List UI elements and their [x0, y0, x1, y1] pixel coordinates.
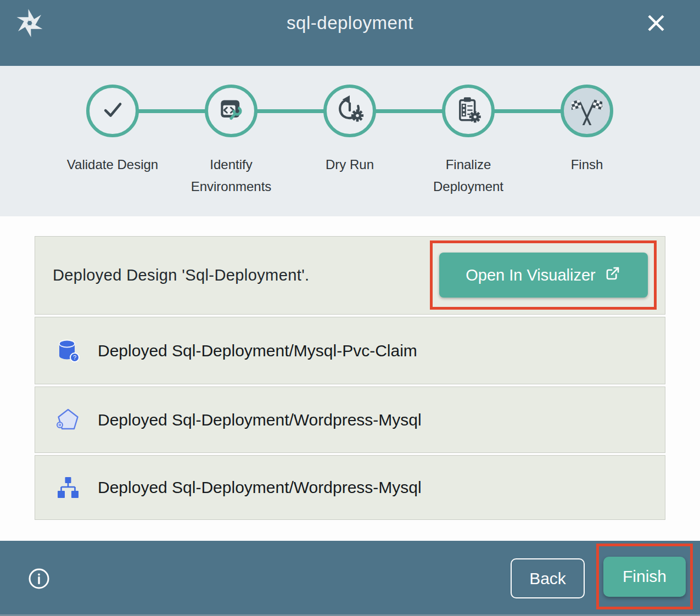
code-window-wrench-icon [216, 94, 247, 127]
step-identify-environments[interactable]: Identify Environments [172, 85, 290, 198]
checkered-flags-icon [572, 94, 602, 127]
database-icon: ? [55, 338, 81, 364]
close-icon[interactable] [644, 11, 668, 35]
results-panel: Deployed Design 'Sql-Deployment'. Open I… [0, 216, 700, 541]
info-icon[interactable] [27, 567, 51, 590]
page-title: sql-deployment [0, 0, 700, 46]
step-finish[interactable]: Finsh [528, 85, 646, 198]
step-label: Dry Run [326, 154, 374, 176]
annotation-box-finish: Finish [596, 544, 693, 609]
step-circle [205, 85, 257, 137]
deploy-summary-row: Deployed Design 'Sql-Deployment'. Open I… [35, 236, 665, 315]
deployed-item-text: Deployed Sql-Deployment/Wordpress-Mysql [98, 411, 422, 429]
deploy-message: Deployed Design 'Sql-Deployment'. [53, 266, 310, 284]
deployed-item-row: Deployed Sql-Deployment/Wordpress-Mysql [35, 387, 665, 453]
step-label: Validate Design [67, 154, 158, 176]
deployed-item-text: Deployed Sql-Deployment/Wordpress-Mysql [98, 478, 422, 497]
step-circle [323, 85, 376, 137]
open-in-visualizer-button[interactable]: Open In Visualizer [439, 253, 648, 298]
wizard-stepper: Validate Design [0, 66, 700, 216]
step-dry-run[interactable]: Dry Run [290, 85, 409, 198]
step-circle [442, 85, 495, 137]
history-gear-icon [334, 94, 365, 127]
step-circle-active [561, 85, 613, 137]
deployed-item-row: Deployed Sql-Deployment/Wordpress-Mysql [35, 455, 665, 520]
modal-header: sql-deployment [0, 0, 700, 66]
step-finalize-deployment[interactable]: Finalize Deployment [409, 85, 528, 198]
open-in-new-icon [604, 265, 621, 285]
open-in-visualizer-label: Open In Visualizer [466, 266, 595, 284]
step-label: Identify Environments [178, 154, 285, 198]
deployment-wizard-modal: sql-deployment Validate Design [0, 0, 700, 616]
hierarchy-icon [55, 474, 81, 501]
back-button[interactable]: Back [511, 558, 585, 598]
modal-footer: Back Finish [0, 541, 700, 616]
annotation-box-visualizer: Open In Visualizer [430, 240, 657, 310]
step-label: Finalize Deployment [415, 154, 522, 198]
step-label: Finsh [571, 154, 603, 176]
pentagon-icon [55, 407, 81, 433]
svg-text:?: ? [73, 354, 76, 360]
finish-button[interactable]: Finish [603, 557, 686, 597]
step-circle [86, 85, 139, 137]
deployed-item-row: ? Deployed Sql-Deployment/Mysql-Pvc-Clai… [35, 317, 665, 384]
step-validate-design[interactable]: Validate Design [53, 85, 172, 198]
check-icon [97, 94, 128, 127]
deployed-item-text: Deployed Sql-Deployment/Mysql-Pvc-Claim [98, 341, 417, 360]
clipboard-gear-icon [453, 94, 484, 127]
